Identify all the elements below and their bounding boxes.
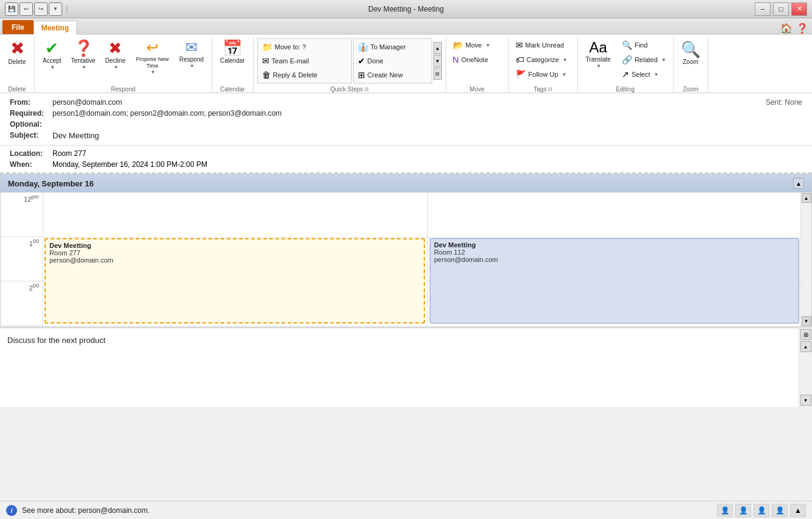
tentative-button[interactable]: ❓ Tentative ▼: [67, 38, 100, 72]
save-qat-button[interactable]: 💾: [5, 2, 18, 16]
categorize-button[interactable]: 🏷 Categorize ▼: [513, 53, 574, 66]
ribbon-group-delete: ✖ Delete Delete: [0, 37, 35, 93]
decline-button[interactable]: ✖ Decline ▼: [101, 38, 130, 72]
find-button[interactable]: 🔍 Find: [619, 38, 669, 52]
calendar-label: Calendar: [220, 57, 245, 65]
optional-value: [50, 119, 691, 130]
time-column: 12pm 100 200: [1, 192, 43, 327]
event-right-person: person@domain.com: [434, 256, 795, 263]
accept-label: Accept: [43, 57, 62, 65]
related-button[interactable]: 🔗 Related ▼: [619, 53, 669, 66]
move-to-button[interactable]: 📁 Move to: ?: [259, 40, 350, 54]
create-new-button[interactable]: ⊞ Create New: [355, 68, 430, 82]
delete-button[interactable]: ✖ Delete: [4, 38, 30, 68]
status-expand-btn[interactable]: ▲: [790, 504, 806, 517]
email-header-table: From: person@domain.com Sent: None Requi…: [7, 97, 805, 141]
subject-value: Dev Meetting: [50, 130, 691, 141]
meeting-details-table: Location: Room 277 When: Monday, Septemb…: [7, 148, 210, 170]
ribbon-group-tags: ✉ Mark Unread 🏷 Categorize ▼ 🚩 Follow Up…: [509, 37, 578, 93]
select-button[interactable]: ↗ Select ▼: [619, 68, 669, 81]
decline-icon: ✖: [109, 40, 122, 56]
status-person-icon-3[interactable]: 👤: [753, 504, 769, 517]
ribbon-body: ✖ Delete Delete ✔ Accept ▼ ❓ Tentative ▼: [0, 34, 812, 93]
tab-meeting[interactable]: Meeting: [34, 21, 77, 35]
cal-scroll-down-btn[interactable]: ▼: [802, 316, 811, 326]
follow-up-button[interactable]: 🚩 Follow Up ▼: [513, 68, 574, 81]
team-email-button[interactable]: ✉ Team E-mail: [259, 54, 350, 68]
propose-button[interactable]: ↩ Propose New Time ▼: [131, 38, 174, 77]
minimize-button[interactable]: −: [755, 2, 771, 16]
body-scroll-up-btn[interactable]: ▲: [800, 341, 811, 352]
tentative-label: Tentative: [71, 57, 96, 65]
events-area: Dev Meetting Room 277 person@domain.com …: [43, 192, 811, 327]
move-group-content: 📂 Move ▼ N OneNote: [450, 38, 505, 83]
calendar-event-right[interactable]: Dev Meetting Room 112 person@domain.com: [430, 238, 799, 323]
calendar-header-scroll-up[interactable]: ▲: [793, 178, 804, 189]
zoom-group-content: 🔍 Zoom: [677, 38, 704, 83]
zoom-button[interactable]: 🔍 Zoom: [677, 38, 704, 69]
qs-expand[interactable]: ⊟: [433, 68, 442, 80]
propose-label: Propose New Time: [135, 56, 169, 69]
reply-delete-button[interactable]: 🗑 Reply & Delete: [259, 68, 350, 82]
qs-scroll-down[interactable]: ▼: [433, 55, 442, 67]
onenote-icon: N: [453, 55, 459, 65]
ribbon-group-respond: ✔ Accept ▼ ❓ Tentative ▼ ✖ Decline ▼ ↩ P…: [35, 37, 212, 93]
zoom-icon: 🔍: [681, 41, 700, 57]
status-text: See more about: person@domain.com.: [22, 506, 150, 515]
moveto-icon: 📁: [262, 42, 272, 52]
home-icon[interactable]: 🏠: [780, 23, 792, 34]
translate-button[interactable]: Aa Translate ▼: [582, 38, 615, 71]
respond-group-label: Respond: [38, 85, 208, 93]
window-controls: − □ ✕: [755, 2, 807, 16]
when-label: When:: [7, 159, 50, 170]
move-group-label: Move: [450, 85, 505, 93]
title-bar: 💾 ↩ ↪ ▼ | Dev Meetting - Meeting − □ ✕: [0, 0, 812, 18]
onenote-button[interactable]: N OneNote: [450, 53, 505, 66]
quicksteps-group-content: 📁 Move to: ? ✉ Team E-mail 🗑 Reply & Del…: [257, 38, 442, 83]
event-right-title: Dev Meetting: [434, 241, 795, 249]
quick-access-toolbar: 💾 ↩ ↪ ▼ |: [5, 2, 70, 16]
respond-button[interactable]: ✉ Respond ▼: [175, 38, 208, 71]
calendar-group-content: 📅 Calendar: [216, 38, 249, 83]
more-qat-button[interactable]: ▼: [49, 2, 62, 16]
delete-label: Delete: [9, 58, 26, 66]
calendar-button[interactable]: 📅 Calendar: [216, 38, 249, 66]
mark-unread-icon: ✉: [516, 40, 523, 50]
ribbon-group-quicksteps: 📁 Move to: ? ✉ Team E-mail 🗑 Reply & Del…: [254, 37, 446, 93]
status-person-icon-1[interactable]: 👤: [717, 504, 733, 517]
move-button[interactable]: 📂 Move ▼: [450, 38, 505, 52]
grid-line-1: [43, 237, 800, 238]
time-slot-2: 200: [1, 281, 43, 326]
ribbon-group-zoom: 🔍 Zoom Zoom: [674, 37, 708, 93]
editing-group-content: Aa Translate ▼ 🔍 Find 🔗 Related ▼: [582, 38, 669, 83]
cal-scroll-up-btn[interactable]: ▲: [802, 193, 811, 203]
quicksteps-expand-icon[interactable]: ⊡: [365, 86, 369, 92]
body-sidebar-icon1[interactable]: ⊞: [800, 329, 811, 340]
tab-file[interactable]: File: [2, 20, 34, 34]
calendar-icon: 📅: [223, 40, 242, 56]
create-new-icon: ⊞: [358, 70, 365, 80]
to-manager-button[interactable]: 👔 To Manager: [355, 40, 430, 54]
undo-qat-button[interactable]: ↩: [20, 2, 33, 16]
qs-scroll-up[interactable]: ▲: [433, 42, 442, 54]
translate-label: Translate: [586, 56, 611, 63]
calendar-event-left[interactable]: Dev Meetting Room 277 person@domain.com: [45, 238, 425, 323]
status-person-icon-4[interactable]: 👤: [772, 504, 788, 517]
help-icon[interactable]: ❓: [796, 23, 808, 34]
tags-expand-icon[interactable]: ⊡: [548, 86, 552, 92]
ribbon-group-calendar: 📅 Calendar Calendar: [212, 37, 254, 93]
accept-button[interactable]: ✔ Accept ▼: [38, 38, 66, 72]
accept-icon: ✔: [45, 40, 59, 56]
translate-icon: Aa: [589, 40, 607, 55]
maximize-button[interactable]: □: [773, 2, 789, 16]
body-scroll-down-btn[interactable]: ▼: [800, 395, 811, 406]
close-button[interactable]: ✕: [791, 2, 807, 16]
sent-info: Sent: None: [691, 97, 805, 141]
redo-qat-button[interactable]: ↪: [34, 2, 48, 16]
done-button[interactable]: ✔ Done: [355, 54, 430, 68]
status-person-icon-2[interactable]: 👤: [735, 504, 751, 517]
mark-unread-button[interactable]: ✉ Mark Unread: [513, 38, 574, 52]
calendar-header: Monday, September 16 ▲: [1, 174, 811, 192]
editing-group-label: Editing: [582, 85, 669, 93]
delete-group-content: ✖ Delete: [4, 38, 30, 83]
